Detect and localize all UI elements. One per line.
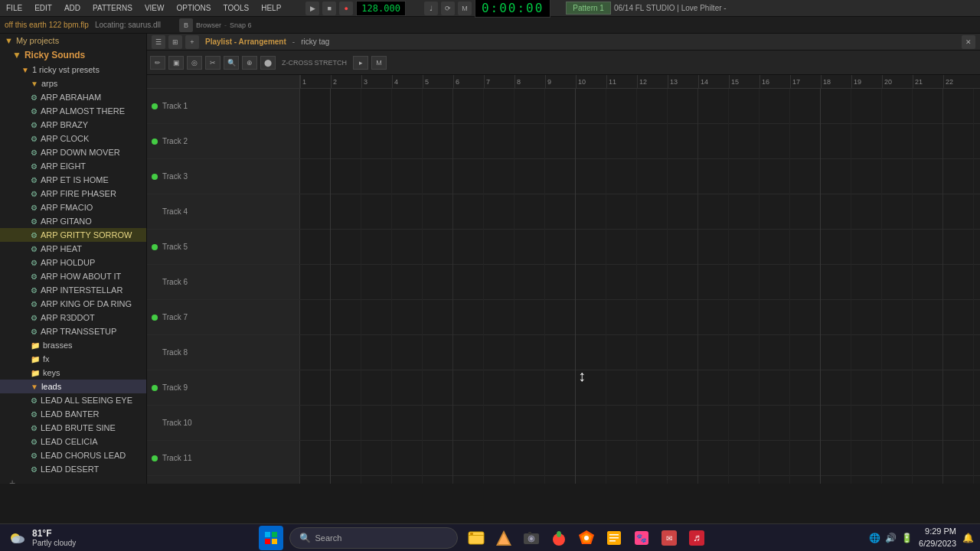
list-item[interactable] [729, 265, 760, 300]
search-bar[interactable]: 🔍 Search [289, 527, 458, 549]
list-item[interactable] [790, 194, 821, 230]
track-label-5[interactable]: Track 5 [147, 230, 300, 264]
taskbar-app-brave[interactable] [574, 526, 599, 550]
playlist-close-icon[interactable]: ✕ [962, 35, 975, 49]
midi-icon[interactable]: M [458, 2, 472, 15]
list-item[interactable] [851, 406, 882, 441]
list-item[interactable] [576, 335, 606, 370]
track-cells-5[interactable] [300, 230, 980, 264]
list-item[interactable] [790, 89, 821, 124]
list-item[interactable] [943, 194, 974, 230]
list-item[interactable] [545, 370, 576, 406]
list-item[interactable] [331, 476, 361, 484]
list-item[interactable] [821, 194, 851, 230]
taskbar-app-camera[interactable] [519, 526, 544, 550]
list-item[interactable] [453, 265, 484, 300]
list-item[interactable] [637, 265, 668, 300]
list-item[interactable] [484, 194, 514, 230]
list-item[interactable] [606, 265, 637, 300]
list-item[interactable] [790, 441, 821, 476]
list-item[interactable] [606, 300, 637, 335]
list-item[interactable] [606, 476, 637, 484]
list-item[interactable] [790, 335, 821, 370]
preset-arp-king-of-da-ring[interactable]: ⚙ ARP KING OF DA RING [0, 297, 146, 311]
track-cells-9[interactable] [300, 370, 980, 405]
list-item[interactable] [637, 441, 668, 476]
list-item[interactable] [514, 230, 545, 265]
list-item[interactable] [300, 335, 331, 370]
list-item[interactable] [729, 441, 760, 476]
track-cells-10[interactable] [300, 406, 980, 440]
list-item[interactable] [392, 265, 423, 300]
list-item[interactable] [760, 230, 790, 265]
list-item[interactable] [514, 265, 545, 300]
pattern-button[interactable]: Pattern 1 [566, 2, 611, 15]
list-item[interactable] [361, 230, 392, 265]
list-item[interactable] [943, 89, 974, 124]
list-item[interactable] [606, 89, 637, 124]
track-label-11[interactable]: Track 11 [147, 441, 300, 475]
track-label-12[interactable]: Track 12 [147, 476, 300, 484]
track-cells-1[interactable] [300, 89, 980, 123]
list-item[interactable] [913, 370, 943, 406]
list-item[interactable] [484, 265, 514, 300]
list-item[interactable] [300, 441, 331, 476]
list-item[interactable] [392, 194, 423, 230]
list-item[interactable] [576, 406, 606, 441]
list-item[interactable] [851, 89, 882, 124]
list-item[interactable] [331, 159, 361, 194]
list-item[interactable] [576, 194, 606, 230]
list-item[interactable] [637, 124, 668, 159]
taskbar-app-files[interactable] [602, 526, 626, 550]
list-item[interactable] [331, 265, 361, 300]
tool-record[interactable]: ⬤ [260, 56, 276, 70]
menu-edit[interactable]: EDIT [31, 2, 55, 14]
folder-brasses[interactable]: 📁 brasses [0, 338, 146, 352]
folder-fx[interactable]: 📁 fx [0, 352, 146, 366]
list-item[interactable] [361, 124, 392, 159]
list-item[interactable] [423, 194, 453, 230]
list-item[interactable] [576, 124, 606, 159]
list-item[interactable] [943, 265, 974, 300]
track-label-1[interactable]: Track 1 [147, 89, 300, 123]
taskbar-app-store[interactable]: 🐾 [629, 526, 654, 550]
list-item[interactable] [637, 370, 668, 406]
list-item[interactable] [453, 194, 484, 230]
play-button[interactable]: ▶ [305, 2, 319, 15]
taskbar-app-explorer[interactable] [464, 526, 488, 550]
list-item[interactable] [882, 89, 913, 124]
list-item[interactable] [453, 406, 484, 441]
list-item[interactable] [545, 124, 576, 159]
preset-arp-et-is-home[interactable]: ⚙ ARP ET IS HOME [0, 173, 146, 187]
mute-icon[interactable]: M [371, 56, 387, 70]
list-item[interactable] [361, 441, 392, 476]
list-item[interactable] [392, 230, 423, 265]
list-item[interactable] [821, 406, 851, 441]
list-item[interactable] [790, 265, 821, 300]
list-item[interactable] [484, 370, 514, 406]
list-item[interactable] [392, 300, 423, 335]
list-item[interactable] [760, 370, 790, 406]
list-item[interactable] [882, 441, 913, 476]
list-item[interactable] [606, 124, 637, 159]
list-item[interactable] [606, 370, 637, 406]
list-item[interactable] [484, 476, 514, 484]
list-item[interactable] [423, 300, 453, 335]
record-button[interactable]: ● [339, 2, 353, 15]
preset-lead-celicia[interactable]: ⚙ LEAD CELICIA [0, 435, 146, 448]
list-item[interactable] [760, 124, 790, 159]
list-item[interactable] [943, 406, 974, 441]
tool-cut[interactable]: ✂ [205, 56, 220, 70]
list-item[interactable] [821, 89, 851, 124]
battery-icon[interactable]: 🔋 [901, 533, 913, 543]
track-label-6[interactable]: Track 6 [147, 265, 300, 299]
list-item[interactable] [943, 159, 974, 194]
list-item[interactable] [423, 406, 453, 441]
list-item[interactable] [423, 124, 453, 159]
list-item[interactable] [698, 335, 729, 370]
list-item[interactable] [606, 335, 637, 370]
preset-arp-r3ddot[interactable]: ⚙ ARP R3DDOT [0, 311, 146, 324]
list-item[interactable] [361, 265, 392, 300]
list-item[interactable] [913, 230, 943, 265]
tool-select[interactable]: ▣ [168, 56, 184, 70]
